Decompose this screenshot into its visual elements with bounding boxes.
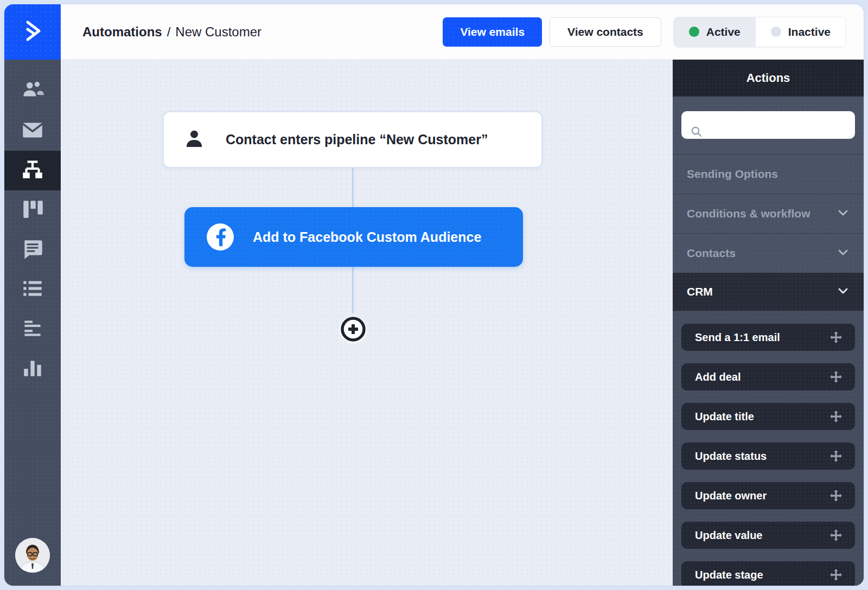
action-item-update-value[interactable]: Update value — [681, 522, 855, 549]
action-item-label: Add deal — [695, 371, 741, 383]
move-icon[interactable] — [829, 370, 843, 384]
chevron-down-icon — [837, 246, 850, 261]
move-icon[interactable] — [829, 330, 843, 344]
reports-icon — [20, 355, 45, 382]
app-logo[interactable] — [4, 4, 61, 60]
user-avatar[interactable] — [15, 538, 50, 573]
sidebar-item-conversations[interactable] — [4, 230, 61, 270]
action-item-update-title[interactable]: Update title — [681, 403, 855, 430]
breadcrumb-page: New Customer — [175, 24, 261, 40]
move-icon[interactable] — [829, 449, 843, 463]
section-label: Conditions & workflow — [687, 207, 810, 220]
active-inactive-toggle: Active Inactive — [673, 17, 846, 47]
actions-panel: Actions Sending Options Conditions & wor… — [673, 60, 864, 586]
section-sending-options[interactable]: Sending Options — [673, 155, 864, 194]
breadcrumb-section[interactable]: Automations — [82, 24, 162, 40]
action-item-update-stage[interactable]: Update stage — [681, 561, 855, 586]
crm-actions-list: Send a 1:1 email Add deal Update title U… — [673, 311, 864, 586]
inactive-status-dot-icon — [771, 27, 781, 37]
sidebar-item-reports[interactable] — [4, 349, 61, 388]
move-icon[interactable] — [829, 568, 843, 582]
app-window: Automations / New Customer View emails V… — [4, 4, 864, 586]
deals-icon — [20, 197, 45, 224]
section-label: Contacts — [687, 247, 736, 260]
action-item-add-deal[interactable]: Add deal — [681, 363, 855, 390]
trigger-card-label: Contact enters pipeline “New Customer” — [226, 132, 488, 148]
action-item-label: Update title — [695, 411, 754, 423]
left-sidebar — [4, 60, 61, 586]
action-item-update-owner[interactable]: Update owner — [681, 482, 855, 509]
action-item-label: Update owner — [695, 490, 767, 502]
actions-panel-title: Actions — [673, 60, 864, 97]
automations-icon — [20, 157, 45, 184]
sidebar-item-forms[interactable] — [4, 309, 61, 349]
action-item-send-1-1-email[interactable]: Send a 1:1 email — [681, 324, 855, 351]
facebook-action-card[interactable]: Add to Facebook Custom Audience — [184, 207, 523, 267]
top-header: Automations / New Customer View emails V… — [61, 4, 864, 60]
action-item-label: Update status — [695, 450, 767, 463]
plus-circle-icon — [340, 316, 367, 344]
action-item-label: Update value — [695, 529, 762, 542]
toggle-active-label: Active — [706, 25, 741, 39]
automation-canvas: Contact enters pipeline “New Customer” A… — [61, 60, 673, 586]
chevron-down-icon — [837, 206, 850, 221]
lists-icon — [20, 276, 45, 303]
action-item-update-status[interactable]: Update status — [681, 442, 855, 470]
section-contacts[interactable]: Contacts — [673, 234, 864, 273]
view-emails-button[interactable]: View emails — [443, 17, 542, 47]
move-icon[interactable] — [829, 409, 843, 424]
activecampaign-logo-icon — [17, 15, 48, 49]
actions-search-box — [681, 111, 855, 139]
conversations-icon — [20, 236, 45, 264]
action-item-label: Update stage — [695, 569, 763, 581]
move-icon[interactable] — [829, 489, 843, 503]
trigger-card[interactable]: Contact enters pipeline “New Customer” — [163, 111, 542, 168]
toggle-inactive[interactable]: Inactive — [756, 17, 846, 47]
sidebar-item-contacts[interactable] — [4, 72, 61, 111]
facebook-icon — [206, 223, 234, 251]
person-icon — [183, 128, 205, 152]
view-contacts-button[interactable]: View contacts — [550, 17, 661, 47]
chevron-down-icon — [837, 284, 850, 299]
section-conditions-workflow[interactable]: Conditions & workflow — [673, 194, 864, 233]
section-label: CRM — [687, 285, 713, 298]
sidebar-item-deals[interactable] — [4, 190, 61, 230]
actions-search-area — [673, 97, 864, 154]
breadcrumb-separator: / — [167, 24, 171, 40]
add-step-button[interactable] — [340, 316, 367, 343]
active-status-dot-icon — [689, 27, 699, 37]
toggle-active[interactable]: Active — [674, 17, 756, 47]
sidebar-item-campaigns[interactable] — [4, 111, 61, 151]
facebook-action-label: Add to Facebook Custom Audience — [253, 229, 481, 245]
section-crm[interactable]: CRM — [673, 273, 864, 311]
action-item-label: Send a 1:1 email — [695, 331, 780, 344]
section-label: Sending Options — [687, 168, 778, 181]
sidebar-item-automations[interactable] — [4, 151, 61, 190]
toggle-inactive-label: Inactive — [788, 25, 831, 39]
contacts-icon — [20, 78, 45, 105]
actions-search-input[interactable] — [681, 111, 855, 139]
forms-icon — [20, 316, 45, 343]
sidebar-item-lists[interactable] — [4, 270, 61, 309]
move-icon[interactable] — [829, 528, 843, 542]
breadcrumb: Automations / New Customer — [82, 24, 261, 40]
envelope-icon — [20, 118, 45, 145]
